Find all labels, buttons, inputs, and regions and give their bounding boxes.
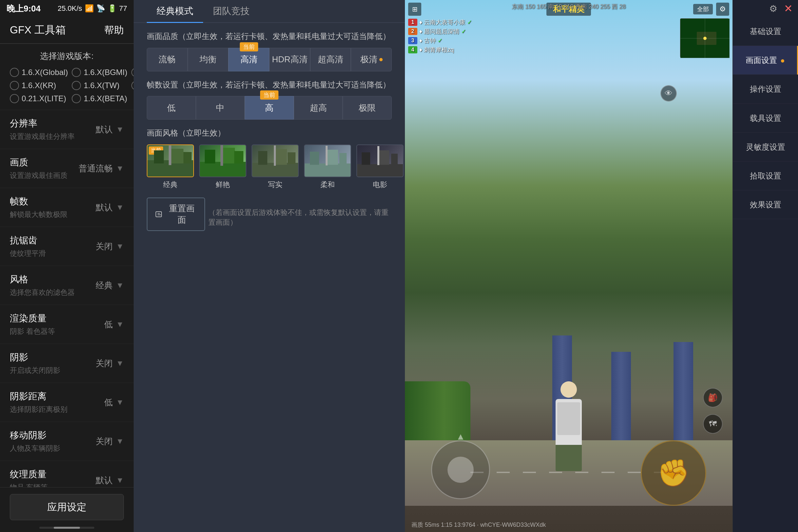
- close-button[interactable]: ✕: [784, 2, 793, 15]
- menu-sensitivity[interactable]: 灵敏度设置: [733, 133, 798, 162]
- squad-member-3: 3 ♦ 古钟 ✓: [408, 37, 472, 44]
- setting-quality[interactable]: 画质 设置游戏最佳画质 普通流畅 ▼: [0, 149, 134, 188]
- chevron-icon: ▼: [116, 164, 124, 173]
- quality-hdr[interactable]: HDR高清: [269, 48, 310, 71]
- reset-label: 重置画面: [167, 203, 196, 226]
- setting-shadow-dist[interactable]: 阴影距离 选择阴影距离极别 低 ▼: [0, 383, 134, 422]
- char-legs: [556, 445, 582, 471]
- version-bgmi[interactable]: 1.6.X(BGMI): [72, 68, 127, 77]
- fps-extreme[interactable]: 极限: [343, 96, 392, 119]
- quality-balanced[interactable]: 均衡: [188, 48, 229, 71]
- gear-button[interactable]: ⚙: [769, 3, 777, 14]
- tab-team[interactable]: 团队竞技: [203, 0, 260, 23]
- battery-icon: 🔋: [108, 4, 117, 13]
- version-kr[interactable]: 1.6.X(KR): [10, 81, 68, 90]
- style-realistic[interactable]: 写实: [252, 145, 299, 190]
- apply-button[interactable]: 应用设定: [10, 494, 124, 520]
- setting-shadow[interactable]: 阴影 开启或关闭阴影 关闭 ▼: [0, 344, 134, 383]
- fps-ultra[interactable]: 超高: [294, 96, 343, 119]
- style-vivid[interactable]: 鲜艳: [199, 145, 246, 190]
- setting-shadow-move[interactable]: 移动阴影 人物及车辆阴影 关闭 ▼: [0, 422, 134, 461]
- map-icon[interactable]: 🗺: [703, 414, 723, 434]
- chevron-icon: ▼: [116, 476, 124, 485]
- setting-antialias-name: 抗锯齿: [10, 234, 46, 247]
- squad-list: 1 ♦ 云南大表哥小康 ✓ 2 ♦ 愿问题后深情 ✓ 3 ♦ 古钟 ✓ 4 ♦ …: [408, 18, 472, 54]
- menu-vehicle[interactable]: 载具设置: [733, 104, 798, 133]
- setting-shadow-desc: 开启或关闭阴影: [10, 366, 60, 375]
- squad-name-4: ♦ 刺青摩根zq: [419, 46, 454, 54]
- middle-panel: 经典模式 团队竞技 画面品质（立即生效，若运行卡顿、发热量和耗电量过大可适当降低…: [134, 0, 405, 532]
- reset-hint: （若画面设置后游戏体验不佳，或需恢复默认设置，请重置画面）: [208, 208, 392, 227]
- settings-content: 画面品质（立即生效，若运行卡顿、发热量和耗电量过大可适当降低） 流畅 均衡 当前…: [134, 23, 405, 532]
- style-vivid-thumb: [199, 145, 246, 177]
- setting-render-quality-desc: 阴影 着色器等: [10, 327, 55, 337]
- joystick[interactable]: ▲: [431, 440, 490, 499]
- setting-antialias[interactable]: 抗锯齿 使纹理平滑 关闭 ▼: [0, 227, 134, 266]
- quality-hd[interactable]: 当前 高清: [228, 48, 269, 71]
- style-classic-thumb: 当前: [147, 145, 194, 177]
- setting-shadow-move-name: 移动阴影: [10, 429, 60, 442]
- setting-shadow-name: 阴影: [10, 351, 60, 364]
- version-select: 选择游戏版本: 1.6.X(Global) 1.6.X(BGMI) 1.13.X…: [0, 44, 134, 110]
- squad-icon[interactable]: ⊞: [408, 3, 421, 16]
- fps-mid[interactable]: 中: [196, 96, 245, 119]
- setting-fps[interactable]: 帧数 解锁最大帧数极限 默认 ▼: [0, 188, 134, 227]
- inventory-icon[interactable]: 🎒: [703, 388, 723, 407]
- settings-gear-icon[interactable]: ⚙: [716, 3, 729, 16]
- minimap-display: [680, 19, 729, 58]
- quality-fluent[interactable]: 流畅: [147, 48, 188, 71]
- hud-top-left: ⊞: [408, 3, 421, 16]
- reset-button[interactable]: 重置画面: [147, 197, 205, 231]
- style-soft[interactable]: 柔和: [304, 145, 351, 190]
- chevron-icon: ▼: [116, 359, 124, 368]
- svg-rect-22: [378, 150, 389, 165]
- svg-rect-19: [326, 146, 328, 166]
- version-tw-label: 1.6.X(TW): [83, 81, 119, 90]
- tab-classic[interactable]: 经典模式: [147, 0, 203, 23]
- setting-style[interactable]: 风格 选择您喜欢的滤色器 经典 ▼: [0, 266, 134, 305]
- svg-rect-18: [339, 153, 347, 164]
- all-button[interactable]: 全部: [693, 4, 713, 14]
- version-beta[interactable]: 1.6.X(BETA): [72, 94, 127, 103]
- menu-display[interactable]: 画面设置: [733, 46, 798, 75]
- menu-pickup[interactable]: 拾取设置: [733, 162, 798, 190]
- squad-num-4: 4: [408, 46, 417, 53]
- help-button[interactable]: 帮助: [104, 24, 124, 37]
- menu-effect[interactable]: 效果设置: [733, 190, 798, 219]
- visibility-button[interactable]: 👁: [660, 85, 677, 101]
- quality-extreme[interactable]: 极清: [351, 48, 392, 71]
- joystick-up-arrow: ▲: [456, 432, 465, 442]
- setting-fps-name: 帧数: [10, 195, 68, 208]
- fps-low[interactable]: 低: [147, 96, 196, 119]
- bottom-hud: 画质 55ms 1:15 13:9764 · whCYE-WW6D33cWXdk: [405, 521, 733, 529]
- chevron-icon: ▼: [116, 203, 124, 212]
- squad-member-4: 4 ♦ 刺青摩根zq: [408, 46, 472, 54]
- menu-control[interactable]: 操作设置: [733, 75, 798, 103]
- quality-section-title: 画面品质（立即生效，若运行卡顿、发热量和耗电量过大可适当降低）: [147, 31, 392, 42]
- svg-rect-17: [326, 150, 338, 165]
- svg-rect-4: [169, 146, 171, 165]
- menu-basic[interactable]: 基础设置: [733, 17, 798, 46]
- setting-resolution-value: 默认: [96, 124, 113, 135]
- signal-icon: 📶: [85, 4, 94, 13]
- fps-high[interactable]: 当前 高: [245, 96, 294, 119]
- version-lite[interactable]: 0.21.X(LITE): [10, 94, 68, 103]
- svg-rect-1: [154, 150, 164, 164]
- version-global[interactable]: 1.6.X(Global): [10, 68, 68, 77]
- setting-render-quality-value: 低: [104, 319, 113, 330]
- setting-texture-name: 纹理质量: [10, 468, 48, 480]
- quality-current-badge: 当前: [240, 42, 258, 52]
- setting-texture[interactable]: 纹理质量 物品 车辆等 默认 ▼: [0, 461, 134, 487]
- setting-style-desc: 选择您喜欢的滤色器: [10, 288, 75, 298]
- version-tw[interactable]: 1.6.X(TW): [72, 81, 127, 90]
- quality-ultra[interactable]: 超高清: [310, 48, 351, 71]
- style-classic[interactable]: 当前 经典: [147, 145, 194, 190]
- action-button[interactable]: ✊: [641, 440, 706, 506]
- style-cinematic[interactable]: 电影: [356, 145, 404, 190]
- svg-rect-13: [288, 152, 296, 164]
- setting-resolution[interactable]: 分辨率 设置游戏最佳分辨率 默认 ▼: [0, 110, 134, 149]
- setting-shadow-move-value: 关闭: [96, 436, 113, 447]
- svg-rect-24: [377, 146, 379, 165]
- setting-render-quality[interactable]: 渲染质量 阴影 着色器等 低 ▼: [0, 305, 134, 344]
- radio-lite: [10, 94, 19, 103]
